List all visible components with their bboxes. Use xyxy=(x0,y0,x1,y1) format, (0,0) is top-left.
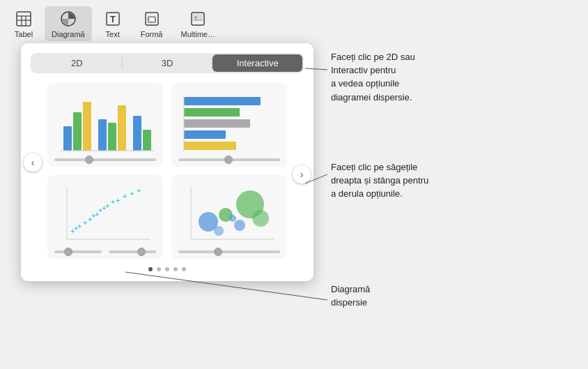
bar-horizontal-thumb xyxy=(224,156,233,164)
tab-2d[interactable]: 2D xyxy=(32,54,122,72)
toolbar: Tabel Diagramă T Text Formă xyxy=(0,0,314,43)
annotation-2-text: Faceți clic pe săgețiledreapta și stânga… xyxy=(331,162,428,199)
annotation-3: Diagramădispersie xyxy=(331,283,370,309)
bubble-canvas xyxy=(180,183,278,246)
annotation-2: Faceți clic pe săgețiledreapta și stânga… xyxy=(331,160,428,201)
page-dot-3[interactable] xyxy=(165,267,169,271)
chart-icon xyxy=(59,9,78,29)
svg-text:+: + xyxy=(116,196,120,204)
svg-rect-17 xyxy=(108,123,116,151)
chart-bubble[interactable] xyxy=(171,175,287,259)
annotation-1: Faceți clic pe 2D sauInteractiv pentrua … xyxy=(331,50,415,104)
page-dots xyxy=(31,267,304,271)
svg-point-52 xyxy=(229,215,236,222)
page-dot-4[interactable] xyxy=(173,267,178,271)
media-icon xyxy=(188,9,208,29)
svg-rect-25 xyxy=(184,130,226,139)
svg-text:+: + xyxy=(74,224,78,232)
tab-interactive[interactable]: Interactive xyxy=(212,54,302,72)
svg-rect-16 xyxy=(98,119,107,151)
svg-text:+: + xyxy=(91,211,95,220)
bar-grouped-canvas xyxy=(56,91,154,154)
page-dot-2[interactable] xyxy=(157,267,161,271)
toolbar-diagrama[interactable]: Diagramă xyxy=(45,6,92,41)
bubble-thumb xyxy=(214,248,222,256)
svg-point-53 xyxy=(252,210,269,227)
toolbar-text-label: Text xyxy=(106,30,120,38)
svg-text:+: + xyxy=(123,192,127,200)
annotation-3-text: Diagramădispersie xyxy=(331,284,370,308)
toolbar-tabel-label: Tabel xyxy=(15,30,33,38)
bubble-slider[interactable] xyxy=(178,250,280,253)
scatter-thumb-2 xyxy=(137,248,146,256)
chart-type-tabs: 2D 3D Interactive xyxy=(31,53,304,73)
svg-text:T: T xyxy=(110,14,116,24)
svg-rect-18 xyxy=(118,105,126,151)
svg-rect-9 xyxy=(148,17,155,22)
svg-text:+: + xyxy=(137,186,141,195)
scatter-slider-row xyxy=(54,250,156,253)
svg-rect-14 xyxy=(73,112,82,151)
toolbar-diagrama-label: Diagramă xyxy=(52,30,85,38)
bubble-slider-row xyxy=(178,250,280,253)
scatter-slider[interactable] xyxy=(54,250,102,253)
bar-horizontal-slider[interactable] xyxy=(178,158,280,161)
toolbar-forma-label: Formă xyxy=(141,30,163,38)
svg-point-49 xyxy=(234,220,245,231)
toolbar-text[interactable]: T Text xyxy=(96,6,130,41)
page-dot-1[interactable] xyxy=(148,267,153,271)
toolbar-forma[interactable]: Formă xyxy=(134,6,170,41)
svg-text:+: + xyxy=(102,204,106,212)
bar-horizontal-slider-row xyxy=(178,158,280,161)
chart-picker-popup: 2D 3D Interactive ‹ › xyxy=(21,43,314,281)
nav-arrow-left[interactable]: ‹ xyxy=(24,153,42,172)
svg-rect-20 xyxy=(143,130,151,151)
nav-arrow-right[interactable]: › xyxy=(293,165,311,183)
chart-scatter[interactable]: + + + + + + + + + + + + + + + xyxy=(47,175,163,259)
scatter-canvas: + + + + + + + + + + + + + + + xyxy=(56,183,154,246)
svg-rect-19 xyxy=(133,116,141,151)
svg-text:+: + xyxy=(130,189,134,197)
scatter-slider-2[interactable] xyxy=(109,250,156,253)
tab-3d[interactable]: 3D xyxy=(123,54,212,72)
bar-grouped-slider-row xyxy=(54,158,156,161)
bar-grouped-slider[interactable] xyxy=(54,158,156,161)
bar-grouped-thumb xyxy=(85,156,93,164)
svg-rect-0 xyxy=(17,12,31,26)
chart-bar-horizontal[interactable] xyxy=(171,83,287,167)
svg-rect-24 xyxy=(184,119,250,128)
table-icon xyxy=(14,9,33,29)
svg-rect-23 xyxy=(184,108,240,116)
svg-point-51 xyxy=(214,226,224,236)
toolbar-tabel[interactable]: Tabel xyxy=(7,6,40,41)
svg-rect-22 xyxy=(184,97,261,105)
chart-bar-grouped[interactable] xyxy=(47,83,163,167)
page-dot-5[interactable] xyxy=(182,267,186,271)
svg-rect-26 xyxy=(184,142,236,150)
annotation-1-text: Faceți clic pe 2D sauInteractiv pentrua … xyxy=(331,52,415,103)
svg-text:+: + xyxy=(111,197,115,206)
scatter-thumb xyxy=(64,248,72,256)
bar-horizontal-canvas xyxy=(180,91,278,154)
svg-text:+: + xyxy=(83,218,87,227)
toolbar-media[interactable]: Multime… xyxy=(173,6,222,41)
svg-rect-15 xyxy=(83,102,91,151)
text-icon: T xyxy=(103,9,123,29)
svg-rect-13 xyxy=(63,126,72,151)
chart-grid: + + + + + + + + + + + + + + + xyxy=(31,83,304,259)
toolbar-media-label: Multime… xyxy=(180,30,215,38)
shape-icon xyxy=(142,9,162,29)
svg-rect-8 xyxy=(146,13,158,25)
